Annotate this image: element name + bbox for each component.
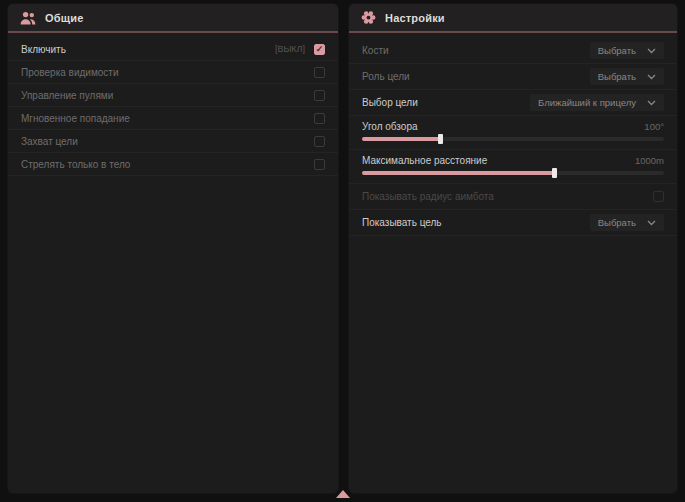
dropdown[interactable]: Выбрать	[590, 42, 664, 59]
setting-row[interactable]: Показывать радиус аимбота	[349, 184, 677, 210]
setting-row[interactable]: КостиВыбрать	[349, 38, 677, 64]
chevron-down-icon	[647, 220, 656, 226]
dropdown[interactable]: Выбрать	[590, 214, 664, 231]
panel-general-header: Общие	[8, 4, 338, 33]
setting-label: Стрелять только в тело	[21, 159, 130, 170]
row-controls	[314, 159, 325, 170]
setting-row[interactable]: Показывать цельВыбрать	[349, 210, 677, 236]
dropdown-value: Ближайший к прицелу	[538, 97, 636, 108]
panel-title: Настройки	[385, 12, 445, 24]
setting-row[interactable]: Выбор целиБлижайший к прицелу	[349, 90, 677, 116]
slider-value: 1000m	[635, 155, 664, 166]
dropdown[interactable]: Выбрать	[590, 68, 664, 85]
row-controls: Выбрать	[590, 68, 664, 85]
dropdown-value: Выбрать	[598, 71, 636, 82]
row-controls: [ВЫКЛ]✓	[275, 44, 325, 55]
scroll-up-arrow-icon[interactable]	[336, 490, 350, 498]
users-icon	[20, 11, 36, 25]
panel-general: Общие Включить[ВЫКЛ]✓Проверка видимостиУ…	[8, 4, 338, 493]
row-controls: Ближайший к прицелу	[530, 94, 664, 111]
chevron-down-icon	[647, 100, 656, 106]
row-controls: Выбрать	[590, 214, 664, 231]
setting-row[interactable]: Управление пулями	[8, 84, 338, 107]
setting-label: Проверка видимости	[21, 67, 119, 78]
setting-label: Кости	[362, 45, 389, 56]
setting-row[interactable]: Проверка видимости	[8, 61, 338, 84]
setting-label: Включить	[21, 44, 66, 55]
setting-label: Выбор цели	[362, 97, 418, 108]
chevron-down-icon	[647, 74, 656, 80]
checkbox[interactable]	[314, 136, 325, 147]
panel-settings-body: КостиВыбратьРоль целиВыбратьВыбор целиБл…	[349, 33, 677, 236]
setting-label: Роль цели	[362, 71, 410, 82]
setting-row[interactable]: Мгновенное попадание	[8, 107, 338, 130]
panel-title: Общие	[45, 12, 84, 24]
checkbox[interactable]	[314, 67, 325, 78]
setting-label: Захват цели	[21, 136, 78, 147]
slider-value: 100°	[644, 121, 664, 132]
slider-handle[interactable]	[552, 168, 557, 178]
mod-menu: Общие Включить[ВЫКЛ]✓Проверка видимостиУ…	[0, 0, 685, 502]
panel-general-body: Включить[ВЫКЛ]✓Проверка видимостиУправле…	[8, 33, 338, 176]
row-controls	[314, 90, 325, 101]
setting-label: Показывать радиус аимбота	[362, 191, 494, 202]
checkbox[interactable]	[653, 191, 664, 202]
row-controls	[653, 191, 664, 202]
setting-row[interactable]: Захват цели	[8, 130, 338, 153]
setting-row[interactable]: Стрелять только в тело	[8, 153, 338, 176]
row-controls	[314, 113, 325, 124]
slider-track[interactable]	[362, 171, 664, 175]
row-controls: Выбрать	[590, 42, 664, 59]
panel-settings-header: Настройки	[349, 4, 677, 33]
row-controls	[314, 67, 325, 78]
checkbox[interactable]	[314, 159, 325, 170]
setting-label: Показывать цель	[362, 217, 442, 228]
setting-row[interactable]: Включить[ВЫКЛ]✓	[8, 38, 338, 61]
slider-header: Максимальное расстояние1000m	[362, 153, 664, 168]
setting-label: Управление пулями	[21, 90, 113, 101]
slider-fill	[362, 137, 441, 141]
slider-track[interactable]	[362, 137, 664, 141]
chevron-down-icon	[647, 48, 656, 54]
dropdown-value: Выбрать	[598, 217, 636, 228]
setting-row[interactable]: Угол обзора100°	[349, 116, 677, 150]
setting-label: Максимальное расстояние	[362, 155, 487, 166]
row-controls	[314, 136, 325, 147]
slider-header: Угол обзора100°	[362, 119, 664, 134]
dropdown[interactable]: Ближайший к прицелу	[530, 94, 664, 111]
setting-row[interactable]: Роль целиВыбрать	[349, 64, 677, 90]
dropdown-value: Выбрать	[598, 45, 636, 56]
setting-label: Мгновенное попадание	[21, 113, 130, 124]
setting-row[interactable]: Максимальное расстояние1000m	[349, 150, 677, 184]
slider-fill	[362, 171, 555, 175]
panel-settings: Настройки КостиВыбратьРоль целиВыбратьВы…	[349, 4, 677, 493]
setting-label: Угол обзора	[362, 121, 418, 132]
slider-handle[interactable]	[438, 134, 443, 144]
hotkey-tag: [ВЫКЛ]	[275, 44, 305, 54]
checkbox[interactable]	[314, 90, 325, 101]
checkbox[interactable]	[314, 113, 325, 124]
gear-icon	[361, 10, 376, 25]
checkbox[interactable]: ✓	[314, 44, 325, 55]
